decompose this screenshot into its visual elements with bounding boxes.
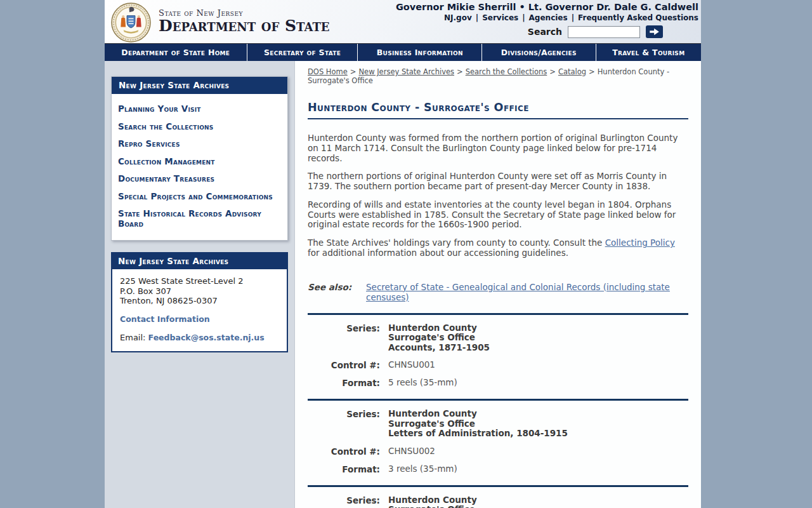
series-line: Surrogate's Office (388, 505, 528, 508)
site-header: State of New Jersey Department of State … (105, 0, 701, 43)
sidebar-nav-links: Planning Your Visit Search the Collectio… (112, 94, 287, 240)
see-also-link[interactable]: Secretary of State - Genealogical and Co… (366, 282, 688, 302)
main-content: DOS Home>New Jersey State Archives>Searc… (295, 61, 701, 508)
email-label: Email: (120, 333, 145, 342)
paragraph: The State Archives' holdings vary from c… (308, 238, 688, 258)
breadcrumb-separator: > (549, 67, 556, 76)
series-line: Surrogate's Office (388, 333, 490, 343)
address-line: Trenton, NJ 08625-0307 (120, 296, 279, 306)
paragraph-text: for additional information about our acc… (308, 248, 568, 258)
format-row: Format: 3 reels (35-mm) (308, 464, 688, 474)
see-also-row: See also: Secretary of State - Genealogi… (308, 282, 688, 302)
email-row: Email: Feedback@sos.state.nj.us (120, 333, 279, 343)
records-list: Series: Hunterdon County Surrogate's Off… (308, 313, 688, 508)
link-services[interactable]: Services (482, 13, 518, 22)
sidebar-contact-box-title: New Jersey State Archives (112, 253, 287, 269)
content-columns: New Jersey State Archives Planning Your … (105, 61, 701, 508)
link-faq[interactable]: Frequently Asked Questions (578, 13, 698, 22)
series-value: Hunterdon County Surrogate's Office Lett… (388, 409, 568, 439)
nav-divisions-agencies[interactable]: Divisions/Agencies (482, 44, 596, 61)
control-label: Control #: (308, 360, 380, 370)
search-submit-button[interactable] (646, 25, 663, 38)
series-line: Hunterdon County (388, 323, 490, 333)
arrow-right-icon (649, 28, 660, 36)
breadcrumb: DOS Home>New Jersey State Archives>Searc… (308, 67, 688, 85)
format-value: 5 reels (35-mm) (388, 378, 457, 388)
breadcrumb-catalog[interactable]: Catalog (558, 67, 586, 76)
governor-line: Governor Mikie Sherrill • Lt. Governor D… (396, 2, 698, 12)
brand-text: State of New Jersey Department of State (159, 8, 330, 34)
paragraph: The northern portions of original Hunter… (308, 171, 688, 192)
address-line: 225 West State Street-Level 2 (120, 276, 279, 286)
series-label: Series: (308, 409, 380, 439)
email-link[interactable]: Feedback@sos.state.nj.us (148, 333, 265, 342)
body-copy: Hunterdon County was formed from the nor… (308, 133, 688, 258)
sidebar-item-planning-your-visit[interactable]: Planning Your Visit (118, 100, 281, 118)
control-value: CHNSU002 (388, 446, 435, 457)
control-row: Control #: CHNSU002 (308, 446, 688, 457)
main-nav: Department of State Home Secretary of St… (105, 43, 701, 61)
breadcrumb-separator: > (457, 67, 463, 76)
address-line: P.O. Box 307 (120, 286, 279, 297)
sidebar-nav-box-title: New Jersey State Archives (112, 77, 287, 94)
series-line: Hunterdon County (388, 409, 568, 419)
format-label: Format: (308, 378, 380, 388)
series-row: Series: Hunterdon County Surrogate's Off… (308, 323, 688, 353)
link-njgov[interactable]: NJ.gov (444, 13, 472, 22)
page-container: State of New Jersey Department of State … (105, 0, 701, 508)
sidebar-item-repro-services[interactable]: Repro Services (118, 135, 281, 153)
nav-business-information[interactable]: Business Information (358, 44, 482, 61)
breadcrumb-search-collections[interactable]: Search the Collections (466, 67, 547, 76)
state-seal-logo (111, 3, 151, 43)
breadcrumb-separator: > (589, 67, 595, 76)
record-chnsu002: Series: Hunterdon County Surrogate's Off… (308, 401, 688, 485)
series-line: Letters of Administration, 1804-1915 (388, 429, 568, 439)
sidebar-contact-box: New Jersey State Archives 225 West State… (111, 252, 288, 352)
nav-dos-home[interactable]: Department of State Home (105, 44, 247, 61)
control-value: CHNSU001 (388, 360, 435, 370)
quick-links-separator: | (572, 13, 574, 22)
record-chnsu001: Series: Hunterdon County Surrogate's Off… (308, 315, 688, 399)
nav-secretary-of-state[interactable]: Secretary of State (247, 44, 358, 61)
sidebar-item-special-projects[interactable]: Special Projects and Commemorations (118, 188, 281, 206)
series-line: Hunterdon County (388, 495, 528, 505)
search-label: Search (528, 27, 562, 37)
sidebar-item-documentary-treasures[interactable]: Documentary Treasures (118, 170, 281, 188)
quick-links: NJ.gov|Services|Agencies|Frequently Aske… (396, 13, 698, 22)
breadcrumb-nj-state-archives[interactable]: New Jersey State Archives (358, 67, 454, 76)
contact-body: 225 West State Street-Level 2 P.O. Box 3… (112, 269, 287, 351)
sidebar: New Jersey State Archives Planning Your … (105, 61, 295, 508)
format-row: Format: 5 reels (35-mm) (308, 378, 688, 388)
quick-links-separator: | (476, 13, 478, 22)
contact-information-link[interactable]: Contact Information (120, 314, 210, 324)
search-row: Search (396, 25, 698, 38)
page-title: Hunterdon County - Surrogate's Office (308, 101, 688, 119)
series-row: Series: Hunterdon County Surrogate's Off… (308, 495, 688, 508)
brand: State of New Jersey Department of State (105, 0, 330, 43)
sidebar-item-collection-management[interactable]: Collection Management (118, 153, 281, 171)
quick-links-separator: | (522, 13, 525, 22)
paragraph: Hunterdon County was formed from the nor… (308, 133, 688, 163)
series-line: Surrogate's Office (388, 419, 568, 429)
sidebar-item-shrab[interactable]: State Historical Records Advisory Board (118, 205, 281, 232)
format-label: Format: (308, 464, 380, 474)
sidebar-nav-box: New Jersey State Archives Planning Your … (111, 76, 288, 241)
series-value: Hunterdon County Surrogate's Office Divi… (388, 495, 528, 508)
sidebar-item-search-the-collections[interactable]: Search the Collections (118, 118, 281, 136)
paragraph: Recording of wills and estate inventorie… (308, 200, 688, 230)
see-also-label: See also: (308, 282, 366, 292)
series-value: Hunterdon County Surrogate's Office Acco… (388, 323, 490, 353)
breadcrumb-separator: > (350, 67, 357, 76)
series-line: Accounts, 1871-1905 (388, 343, 490, 353)
link-agencies[interactable]: Agencies (529, 13, 568, 22)
nav-travel-tourism[interactable]: Travel & Tourism (596, 44, 701, 61)
record-chnsu003: Series: Hunterdon County Surrogate's Off… (308, 487, 688, 508)
format-value: 3 reels (35-mm) (388, 464, 457, 474)
brand-department-line: Department of State (159, 18, 330, 34)
breadcrumb-dos-home[interactable]: DOS Home (308, 67, 348, 76)
series-label: Series: (308, 495, 380, 508)
series-row: Series: Hunterdon County Surrogate's Off… (308, 409, 688, 439)
control-label: Control #: (308, 446, 380, 457)
search-input[interactable] (568, 26, 640, 38)
collecting-policy-link[interactable]: Collecting Policy (605, 237, 675, 248)
